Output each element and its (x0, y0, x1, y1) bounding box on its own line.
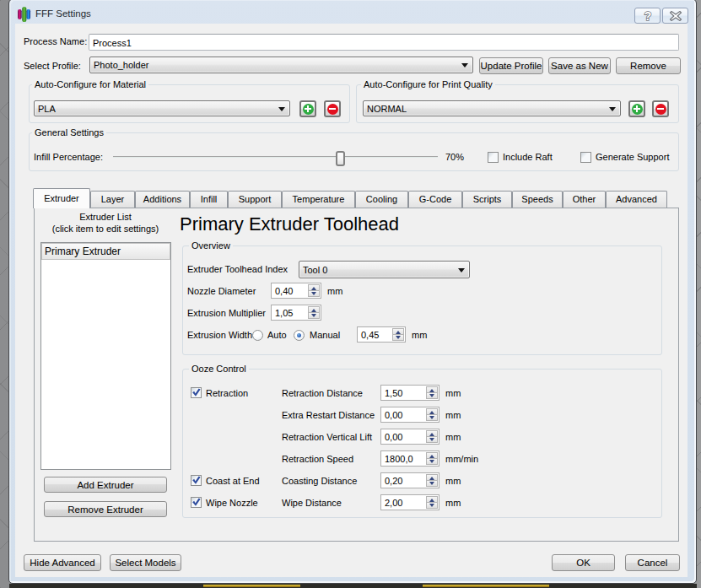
svg-text:?: ? (644, 9, 651, 22)
